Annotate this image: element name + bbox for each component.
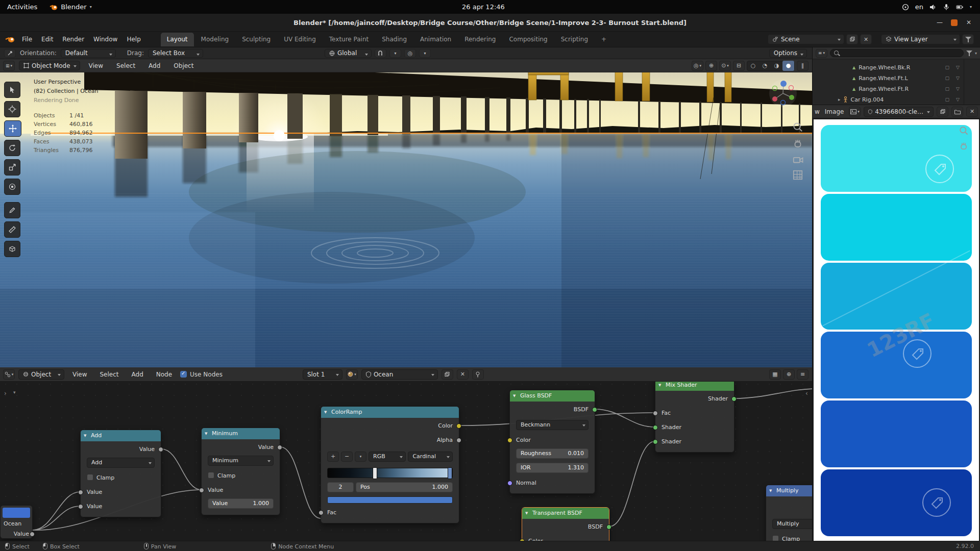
tool-add-primitive[interactable]	[4, 241, 20, 257]
orientation-dropdown[interactable]: Default	[61, 49, 116, 58]
node-colorramp[interactable]: ColorRamp Color Alpha + − ▾ RGB Cardinal…	[321, 406, 459, 523]
use-nodes-toggle[interactable]: Use Nodes	[180, 371, 223, 378]
stop-position-field[interactable]: Pos1.000	[356, 482, 453, 492]
exclude-checkbox[interactable]: ▢	[945, 65, 949, 70]
zoom-icon[interactable]	[959, 126, 969, 136]
output-socket[interactable]	[606, 524, 611, 530]
node-header[interactable]: ColorRamp	[321, 407, 459, 418]
input-socket[interactable]	[78, 504, 83, 509]
close-button[interactable]: ✕	[965, 18, 973, 27]
output-socket[interactable]	[158, 447, 163, 452]
shading-solid-button[interactable]: ◔	[759, 61, 771, 71]
open-image-button[interactable]	[951, 107, 963, 117]
unlink-scene-button[interactable]: ✕	[860, 34, 872, 44]
navigation-gizmo[interactable]	[768, 79, 798, 108]
node-header[interactable]: Glass BSDF	[510, 390, 595, 402]
input-socket[interactable]	[78, 490, 83, 495]
header-pause-icon[interactable]: ‖	[797, 61, 808, 71]
clock[interactable]: 26 apr 12:46	[462, 3, 505, 11]
stop-index-field[interactable]: 2	[327, 482, 354, 492]
operation-dropdown[interactable]: Add	[87, 458, 155, 468]
ramp-handle-active[interactable]	[448, 467, 452, 479]
node-header[interactable]: Add	[81, 430, 161, 441]
orthographic-grid-icon[interactable]	[792, 169, 803, 181]
snap-node-button[interactable]: ⊕	[783, 369, 795, 380]
clamp-row[interactable]: Clamp	[766, 533, 813, 541]
image-menu[interactable]: Image	[823, 108, 846, 115]
visibility-toggle[interactable]: ▽	[956, 65, 960, 70]
filter-icon[interactable]	[966, 50, 972, 56]
distribution-dropdown[interactable]: Beckmann	[516, 420, 589, 430]
sidebar-expand-chevron[interactable]: ›	[4, 390, 7, 397]
output-socket[interactable]	[456, 438, 461, 443]
tab-sculpting[interactable]: Sculpting	[236, 33, 277, 46]
menu-edit[interactable]: Edit	[37, 36, 58, 43]
input-socket[interactable]	[520, 539, 525, 541]
output-socket[interactable]	[277, 445, 282, 450]
shading-rendered-button[interactable]: ●	[782, 61, 794, 71]
tool-settings-icon-button[interactable]	[4, 49, 16, 58]
output-socket[interactable]	[456, 423, 461, 429]
sidebar-dropdown-chevron[interactable]: ▾	[13, 390, 16, 395]
viewport-canvas[interactable]	[0, 59, 813, 367]
tool-transform[interactable]	[4, 179, 20, 195]
remove-stop-button[interactable]: −	[341, 452, 353, 462]
output-socket[interactable]	[592, 407, 597, 412]
tool-scale[interactable]	[4, 159, 20, 176]
node-glass-bsdf[interactable]: Glass BSDF BSDF Beckmann Color Roughness…	[509, 390, 595, 494]
snap-toggle[interactable]	[375, 49, 386, 58]
image-name-field[interactable]: 43966800-clear-oc...	[864, 107, 934, 117]
transform-orientation-dropdown[interactable]: Global	[325, 49, 372, 58]
xray-toggle[interactable]: ⊟	[733, 61, 745, 71]
unlink-image-button[interactable]: ✕	[966, 107, 978, 117]
node-mix-shader[interactable]: Mix Shader Shader Fac Shader Shader	[655, 379, 734, 453]
ramp-handle[interactable]	[373, 467, 377, 479]
proportional-dropdown[interactable]: ▾	[419, 49, 431, 58]
tool-move[interactable]	[4, 120, 21, 137]
add-stop-button[interactable]: +	[327, 452, 339, 462]
system-menu-chevron[interactable]: ▾	[970, 5, 972, 9]
filter-dropdown-chevron[interactable]: ▾	[975, 51, 977, 56]
duplicate-material-button[interactable]	[442, 369, 453, 380]
pin-button[interactable]	[472, 369, 484, 380]
material-slot-dropdown[interactable]: Slot 1	[303, 369, 342, 380]
expand-chevron-icon[interactable]: ▸	[838, 97, 841, 102]
ramp-options-dropdown[interactable]: ▾	[355, 452, 366, 462]
node-header[interactable]: Multiply	[766, 485, 813, 496]
ior-field[interactable]: IOR1.310	[516, 463, 589, 473]
view-layer-filter-button[interactable]	[962, 34, 974, 44]
selectability-dropdown[interactable]: ◎▾	[692, 61, 703, 71]
output-socket[interactable]	[731, 396, 737, 402]
zoom-icon[interactable]	[792, 121, 803, 133]
tab-rendering[interactable]: Rendering	[458, 33, 502, 46]
value-field[interactable]: Value1.000	[208, 498, 274, 509]
node-multiply[interactable]: Multiply Multiply Clamp	[766, 485, 813, 541]
menu-help[interactable]: Help	[122, 36, 145, 43]
scene-selector[interactable]: Scene	[768, 34, 844, 44]
viewport-menu-add[interactable]: Add	[144, 62, 165, 69]
output-socket[interactable]	[30, 532, 35, 537]
shader-type-dropdown[interactable]: Object	[18, 369, 64, 380]
editor-type-button[interactable]: ▾	[3, 369, 15, 380]
tab-animation[interactable]: Animation	[414, 33, 457, 46]
mode-dropdown[interactable]: Object Mode	[19, 61, 80, 70]
new-scene-button[interactable]	[846, 34, 858, 44]
node-add[interactable]: Add Value Add Clamp Value Value	[80, 430, 161, 517]
tab-scripting[interactable]: Scripting	[555, 33, 594, 46]
outliner-item[interactable]: ▲ Range.Wheel.Ft.L ▢ ▽	[813, 73, 980, 83]
input-socket[interactable]	[653, 425, 658, 430]
proportional-editing-toggle[interactable]: ◎	[404, 49, 416, 58]
viewport-3d[interactable]: ⊞▾ Object Mode View Select Add Object ◎▾…	[0, 59, 813, 367]
exclude-checkbox[interactable]: ▢	[945, 86, 949, 91]
roughness-field[interactable]: Roughness0.010	[516, 448, 589, 459]
gizmos-toggle[interactable]: ⊕	[705, 61, 717, 71]
minimize-button[interactable]: —	[936, 18, 944, 27]
node-header[interactable]: Transparent BSDF	[522, 508, 609, 519]
visibility-toggle[interactable]: ▽	[956, 86, 960, 91]
tab-texture-paint[interactable]: Texture Paint	[323, 33, 375, 46]
input-socket[interactable]	[653, 439, 658, 444]
maximize-button[interactable]	[951, 19, 958, 26]
node-transparent-bsdf[interactable]: Transparent BSDF BSDF Color	[522, 507, 609, 541]
operation-dropdown[interactable]: Minimum	[208, 456, 274, 466]
gradient-bar[interactable]	[327, 468, 453, 478]
